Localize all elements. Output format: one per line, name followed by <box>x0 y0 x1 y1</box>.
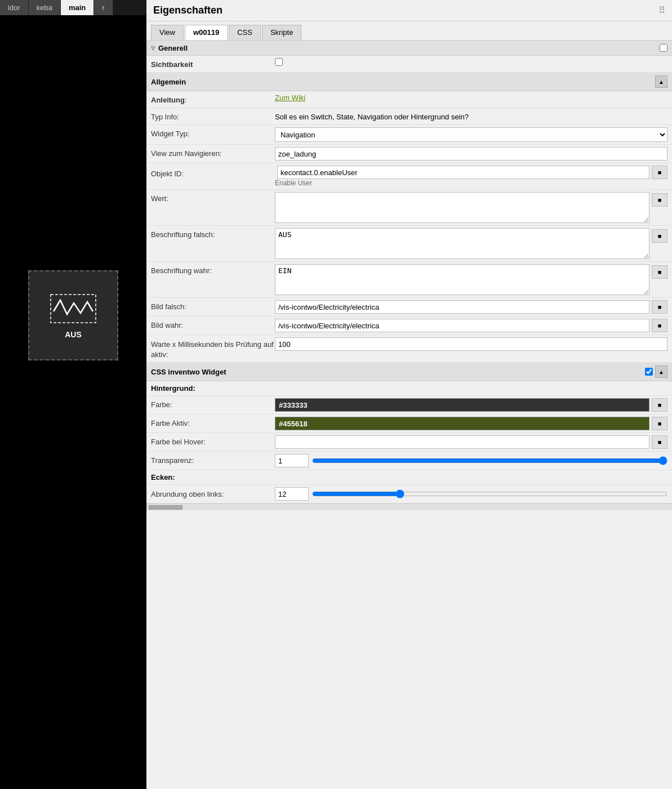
bild-wahr-row: Bild wahr: ■ <box>146 317 672 335</box>
farbe-aktiv-label: Farbe Aktiv: <box>151 417 275 427</box>
wert-label: Wert: <box>151 192 275 203</box>
typ-info-label: Typ Info: <box>151 110 275 121</box>
ecken-subsection: Ecken: <box>146 470 672 485</box>
tab-r[interactable]: r <box>94 0 113 15</box>
objekt-id-label: Objekt ID: <box>151 167 275 178</box>
abrundung-label: Abrundung oben links: <box>151 487 275 500</box>
zum-wiki-link[interactable]: Zum Wiki <box>275 93 305 102</box>
transparenz-input[interactable] <box>275 454 309 467</box>
abrundung-input[interactable] <box>275 487 309 501</box>
tab-keba[interactable]: keba <box>29 0 61 15</box>
transparenz-slider[interactable] <box>312 456 667 465</box>
farbe-row: Farbe: #333333 ■ <box>146 396 672 414</box>
typ-info-row: Typ Info: Soll es ein Switch, State, Nav… <box>146 108 672 125</box>
sichtbarkeit-label: Sichtbarkeit <box>151 58 275 69</box>
bild-wahr-input[interactable] <box>275 319 649 332</box>
objekt-id-subtext: Enable User <box>151 179 667 187</box>
abrundung-slider-row <box>275 487 667 501</box>
farbe-hover-row: Farbe bei Hover: ■ <box>146 433 672 452</box>
warte-input[interactable] <box>275 337 667 351</box>
farbe-color-field[interactable]: #333333 <box>275 398 649 412</box>
widget-typ-row: Widget Typ: Navigation Switch State Hint… <box>146 125 672 145</box>
beschriftung-falsch-label: Beschriftung falsch: <box>151 228 275 239</box>
wert-row: Wert: ■ <box>146 190 672 226</box>
anleitung-row: Anleitung: Zum Wiki <box>146 91 672 108</box>
abrundung-slider[interactable] <box>312 489 667 498</box>
widget-preview: AUS <box>28 270 118 360</box>
farbe-hover-input[interactable] <box>275 435 649 449</box>
dots-icon: ⠿ <box>658 5 665 16</box>
objekt-id-row: Objekt ID: ■ Enable User <box>146 163 672 190</box>
section-allgemein-label: Allgemein <box>151 78 186 86</box>
abrundung-row: Abrundung oben links: <box>146 485 672 503</box>
bild-falsch-row: Bild falsch: ■ <box>146 298 672 317</box>
generell-checkbox[interactable] <box>660 44 667 52</box>
beschriftung-wahr-row: Beschriftung wahr: EIN ■ <box>146 262 672 298</box>
section-generell-label: Generell <box>158 44 188 52</box>
bild-wahr-label: Bild wahr: <box>151 319 275 329</box>
wave-icon <box>48 292 99 326</box>
scrollbar-area[interactable] <box>146 503 672 510</box>
beschriftung-wahr-textarea[interactable]: EIN <box>275 264 649 295</box>
subtab-w00119[interactable]: w00119 <box>185 25 228 40</box>
sichtbarkeit-row: Sichtbarkeit <box>146 56 672 73</box>
transparenz-label: Transparenz: <box>151 454 275 465</box>
subtab-skripte[interactable]: Skripte <box>262 25 301 40</box>
panel-title: Eigenschaften <box>153 5 222 16</box>
widget-preview-label: AUS <box>65 330 82 339</box>
allgemein-collapse-btn[interactable]: ▲ <box>655 75 667 88</box>
farbe-hover-btn[interactable]: ■ <box>652 435 667 449</box>
warte-row: Warte x Millisekunden bis Prüfung auf ak… <box>146 335 672 363</box>
beschriftung-falsch-row: Beschriftung falsch: AUS ■ <box>146 226 672 262</box>
tab-main[interactable]: main <box>61 0 94 15</box>
bild-falsch-btn[interactable]: ■ <box>652 300 667 314</box>
sichtbarkeit-checkbox[interactable] <box>275 58 283 66</box>
properties-panel: Eigenschaften ⠿ View w00119 CSS Skripte … <box>146 0 672 789</box>
bild-falsch-input[interactable] <box>275 300 649 314</box>
filter-icon: ▿ <box>151 43 155 52</box>
transparenz-row: Transparenz: <box>146 452 672 470</box>
section-generell: ▿ Generell <box>146 41 672 56</box>
widget-typ-select[interactable]: Navigation Switch State Hintergrund <box>275 127 667 142</box>
wert-textarea[interactable] <box>275 192 649 223</box>
typ-info-value: Soll es ein Switch, State, Navigation od… <box>275 110 667 121</box>
beschriftung-falsch-btn[interactable]: ■ <box>652 229 667 243</box>
subtab-css[interactable]: CSS <box>229 25 261 40</box>
view-nav-label: View zum Navigieren: <box>151 147 275 158</box>
bild-falsch-label: Bild falsch: <box>151 300 275 311</box>
wert-btn[interactable]: ■ <box>652 193 667 207</box>
bild-wahr-btn[interactable]: ■ <box>652 319 667 332</box>
view-nav-row: View zum Navigieren: <box>146 145 672 163</box>
subtab-view[interactable]: View <box>151 25 184 40</box>
view-nav-input[interactable] <box>275 147 667 161</box>
css-inventwo-collapse-btn[interactable]: ▲ <box>655 365 667 378</box>
warte-label: Warte x Millisekunden bis Prüfung auf ak… <box>151 337 275 360</box>
svg-rect-0 <box>51 295 96 323</box>
css-inventwo-checkbox[interactable] <box>645 368 653 376</box>
section-css-inventwo: CSS inventwo Widget ▲ <box>146 363 672 381</box>
scrollbar-thumb[interactable] <box>149 505 183 510</box>
beschriftung-wahr-btn[interactable]: ■ <box>652 265 667 279</box>
beschriftung-wahr-label: Beschriftung wahr: <box>151 264 275 275</box>
panel-header: Eigenschaften ⠿ <box>146 0 672 21</box>
farbe-label: Farbe: <box>151 398 275 409</box>
sub-tabs-bar: View w00119 CSS Skripte <box>146 21 672 41</box>
objekt-id-input[interactable] <box>277 166 649 179</box>
farbe-aktiv-color-field[interactable]: #455618 <box>275 417 649 430</box>
css-inventwo-label: CSS inventwo Widget <box>151 368 226 376</box>
objekt-id-btn[interactable]: ■ <box>652 166 667 179</box>
farbe-aktiv-btn[interactable]: ■ <box>652 417 667 430</box>
tab-idor[interactable]: idor <box>0 0 29 15</box>
beschriftung-falsch-textarea[interactable]: AUS <box>275 228 649 259</box>
section-allgemein: Allgemein ▲ <box>146 73 672 91</box>
anleitung-label: Anleitung: <box>151 93 275 104</box>
farbe-hover-label: Farbe bei Hover: <box>151 435 275 446</box>
farbe-btn[interactable]: ■ <box>652 398 667 412</box>
hintergrund-subsection: Hintergrund: <box>146 381 672 396</box>
widget-typ-label: Widget Typ: <box>151 127 275 138</box>
transparenz-slider-row <box>275 454 667 467</box>
farbe-aktiv-row: Farbe Aktiv: #455618 ■ <box>146 414 672 433</box>
